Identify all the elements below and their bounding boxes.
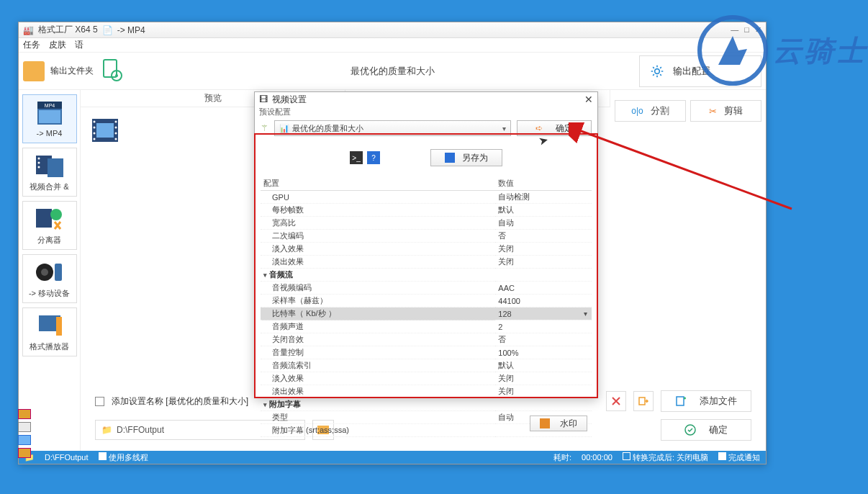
titlebar: 🏭 格式工厂 X64 5 📄 -> MP4 — □ ✕ bbox=[19, 22, 766, 38]
svg-point-23 bbox=[94, 121, 96, 123]
brand-watermark: 云骑士 bbox=[697, 14, 868, 86]
save-as-button[interactable]: 另存为 bbox=[430, 149, 502, 166]
menu-skin[interactable]: 皮肤 bbox=[49, 39, 66, 51]
row-bitrate[interactable]: 比特率（ Kb/秒 ）128 bbox=[261, 307, 592, 320]
add-file-button[interactable]: 添加文件 bbox=[661, 390, 751, 412]
row-fadein-v[interactable]: 淡入效果关闭 bbox=[261, 243, 592, 256]
afterdone-label: 转换完成后: bbox=[633, 453, 674, 462]
svg-rect-32 bbox=[677, 397, 684, 405]
toolbar: 输出文件夹 最优化的质量和大小 输出配置 bbox=[19, 53, 766, 90]
svg-rect-8 bbox=[39, 110, 60, 123]
sidebar-item-mobile[interactable]: -> 移动设备 bbox=[22, 254, 77, 303]
afterdone-value: 关闭电脑 bbox=[677, 453, 708, 462]
status-path: D:\FFOutput bbox=[45, 453, 89, 462]
row-volume[interactable]: 音量控制100% bbox=[261, 346, 592, 359]
button-label: 确定 bbox=[556, 122, 573, 135]
tray-icon[interactable] bbox=[18, 422, 31, 432]
mp4-file-icon: MP4 bbox=[35, 100, 65, 126]
multithread-checkbox[interactable] bbox=[99, 452, 107, 460]
add-preset-name-checkbox[interactable] bbox=[95, 397, 104, 406]
row-fadeout-a[interactable]: 淡出效果关闭 bbox=[261, 385, 592, 398]
statusbar: 📁 D:\FFOutput 使用多线程 耗时: 00:00:00 转换完成后: … bbox=[19, 451, 766, 464]
sidebar-item-label: 分离器 bbox=[37, 235, 61, 246]
row-disable-audio[interactable]: 关闭音效否 bbox=[261, 333, 592, 346]
sidebar-item-player[interactable]: 格式播放器 bbox=[22, 307, 77, 356]
tray-icon[interactable] bbox=[18, 409, 31, 419]
elapsed-label: 耗时: bbox=[553, 452, 571, 463]
sidebar-item-label: -> MP4 bbox=[37, 129, 63, 138]
folder-icon bbox=[23, 61, 45, 81]
watermark-button[interactable]: 水印 bbox=[530, 416, 587, 431]
preset-label: 预设配置 bbox=[255, 107, 597, 117]
svg-point-11 bbox=[37, 157, 40, 159]
row-fadein-a[interactable]: 淡入效果关闭 bbox=[261, 372, 592, 385]
menu-lang[interactable]: 语 bbox=[75, 39, 83, 51]
gear-icon bbox=[650, 64, 664, 78]
button-label: 剪辑 bbox=[724, 104, 743, 117]
film-merge-icon bbox=[35, 153, 65, 179]
remove-button[interactable] bbox=[606, 391, 626, 411]
save-icon bbox=[445, 153, 455, 163]
main-ok-button[interactable]: 确定 bbox=[661, 419, 751, 441]
row-aspect[interactable]: 宽高比自动 bbox=[261, 217, 592, 230]
split-button[interactable]: o|o 分割 bbox=[615, 100, 686, 122]
x-icon bbox=[610, 395, 622, 407]
dialog-close-button[interactable]: ✕ bbox=[584, 94, 593, 105]
check-circle-icon bbox=[684, 424, 696, 436]
dialog-ok-button[interactable]: ➪ 确定 bbox=[517, 120, 592, 136]
preset-select[interactable]: 📊 最优化的质量和大小 bbox=[274, 120, 511, 136]
button-label: 分割 bbox=[651, 104, 669, 117]
terminal-icon[interactable]: >_ bbox=[350, 151, 363, 164]
plus-file-icon bbox=[675, 395, 687, 407]
svg-point-28 bbox=[115, 127, 117, 129]
svg-rect-20 bbox=[56, 317, 62, 336]
knight-circle-icon bbox=[697, 14, 769, 86]
app-title: 格式工厂 X64 5 bbox=[38, 24, 98, 36]
svg-rect-14 bbox=[36, 209, 52, 228]
group-subtitle[interactable]: 附加字幕 bbox=[261, 398, 592, 411]
sidebar-item-splitter[interactable]: 分离器 bbox=[22, 201, 77, 250]
notify-label: 完成通知 bbox=[728, 453, 760, 462]
row-gpu[interactable]: GPU自动检测 bbox=[261, 191, 592, 204]
arrow-right-icon bbox=[638, 395, 649, 407]
sidebar-item-mp4[interactable]: MP4 -> MP4 bbox=[22, 94, 77, 143]
elapsed-value: 00:00:00 bbox=[582, 453, 612, 462]
svg-rect-22 bbox=[96, 123, 114, 138]
svg-rect-18 bbox=[55, 264, 62, 281]
button-label: 水印 bbox=[560, 418, 577, 430]
svg-point-12 bbox=[37, 161, 40, 163]
checkbox-label: 添加设置名称 [最优化的质量和大小] bbox=[112, 395, 248, 408]
col-value: 数值 bbox=[495, 176, 592, 191]
row-fadeout-v[interactable]: 淡出效果关闭 bbox=[261, 256, 592, 269]
notify-checkbox[interactable] bbox=[718, 452, 726, 460]
mobile-icon bbox=[35, 259, 65, 285]
sidebar-item-label: -> 移动设备 bbox=[29, 288, 70, 299]
svg-point-15 bbox=[50, 209, 62, 220]
afterdone-checkbox[interactable] bbox=[623, 452, 630, 460]
export-button[interactable] bbox=[633, 391, 654, 411]
help-icon[interactable]: ? bbox=[367, 151, 380, 164]
row-acodec[interactable]: 音视频编码AAC bbox=[261, 282, 592, 295]
trim-button[interactable]: ✂ 剪辑 bbox=[690, 100, 761, 122]
sidebar-item-merge[interactable]: 视频合并 & bbox=[22, 148, 77, 197]
arrow-right-icon: ➪ bbox=[535, 123, 543, 133]
doc-gear-icon[interactable] bbox=[99, 57, 125, 85]
row-channels[interactable]: 音频声道2 bbox=[261, 320, 592, 333]
output-folder-label[interactable]: 输出文件夹 bbox=[50, 65, 94, 77]
row-stream-index[interactable]: 音频流索引默认 bbox=[261, 359, 592, 372]
menubar: 任务 皮肤 语 bbox=[19, 38, 766, 53]
menu-tasks[interactable]: 任务 bbox=[23, 39, 40, 51]
tab-label: 预览 bbox=[204, 92, 222, 104]
quality-label: 最优化的质量和大小 bbox=[351, 65, 435, 78]
group-audio[interactable]: 音频流 bbox=[261, 269, 592, 282]
brand-watermark-text: 云骑士 bbox=[773, 31, 868, 71]
row-twopass[interactable]: 二次编码否 bbox=[261, 230, 592, 243]
svg-point-4 bbox=[655, 68, 660, 73]
tray-icon[interactable] bbox=[18, 435, 31, 445]
svg-point-26 bbox=[94, 138, 96, 140]
row-sample[interactable]: 采样率（赫兹）44100 bbox=[261, 295, 592, 307]
split-icon: o|o bbox=[631, 106, 643, 116]
film-icon bbox=[89, 116, 121, 145]
tray-icon[interactable] bbox=[18, 448, 31, 458]
row-fps[interactable]: 每秒帧数默认 bbox=[261, 204, 592, 217]
